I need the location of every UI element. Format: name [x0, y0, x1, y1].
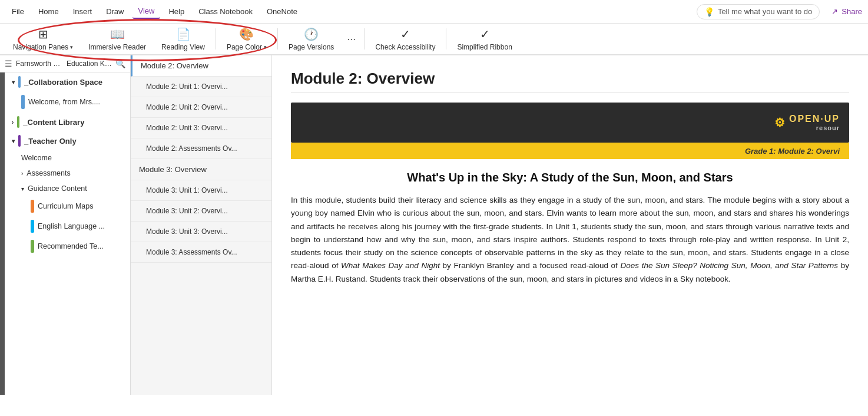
page-mod2-unit2[interactable]: Module 2: Unit 2: Overvi... [131, 97, 271, 118]
share-icon: ↗ [831, 7, 838, 16]
nav-panes-button[interactable]: ⊞ Navigation Panes ▾ [6, 24, 80, 55]
curriculum-bar [31, 200, 34, 213]
banner-dark: ⚙ OPEN·UP resour [291, 103, 849, 143]
logo-text: OPEN·UP [789, 114, 840, 124]
main-area: ☰ Farnsworth G... Education K-5 Language… [0, 55, 868, 395]
lightbulb-icon: 💡 [704, 7, 714, 16]
english-label: English Language ... [38, 222, 105, 230]
recommended-bar [31, 240, 34, 253]
assessments-label: Assessments [26, 169, 70, 177]
welcome-label: Welcome [21, 154, 52, 162]
menu-draw[interactable]: Draw [100, 5, 130, 18]
page-mod2-unit3[interactable]: Module 2: Unit 3: Overvi... [131, 118, 271, 138]
share-button[interactable]: ↗ Share [831, 7, 862, 16]
page-color-button[interactable]: 🎨 Page Color ▾ [220, 24, 274, 55]
notebook-expand-icon: ☰ [5, 59, 12, 68]
ribbon-divider-2 [277, 28, 278, 49]
section-name[interactable]: Education K-5 Language ... [67, 60, 112, 68]
more-options-button[interactable]: ··· [342, 29, 360, 49]
share-label: Share [842, 7, 862, 16]
page-mod3-unit1[interactable]: Module 3: Unit 1: Overvi... [131, 180, 271, 201]
sidebar-item-collab-space[interactable]: ▾ _Collaboration Space [5, 72, 130, 91]
simplified-ribbon-button[interactable]: ✓ Simplified Ribbon [450, 24, 519, 55]
sidebar-item-recommended[interactable]: Recommended Te... [5, 236, 130, 256]
search-icon[interactable]: 🔍 [115, 59, 125, 68]
page-mod3-unit2[interactable]: Module 3: Unit 2: Overvi... [131, 201, 271, 222]
reading-view-button[interactable]: 📄 Reading View [154, 24, 212, 55]
menu-onenote[interactable]: OneNote [261, 5, 303, 18]
collab-color-bar [18, 76, 21, 88]
tell-me-search[interactable]: 💡 Tell me what you want to do [697, 4, 820, 19]
welcome-mrs-label: Welcome, from Mrs.... [28, 98, 100, 106]
chevron-down-icon: ▾ [12, 79, 15, 85]
sidebar-item-guidance[interactable]: ▾ Guidance Content [5, 181, 130, 196]
simplified-ribbon-label: Simplified Ribbon [457, 43, 512, 51]
tell-me-text: Tell me what you want to do [718, 7, 812, 16]
page-mod2-unit1[interactable]: Module 2: Unit 1: Overvi... [131, 77, 271, 97]
menu-file[interactable]: File [6, 5, 30, 18]
collab-label: _Collaboration Space [24, 78, 102, 87]
page-mod3-overview[interactable]: Module 3: Overview [131, 159, 271, 180]
check-accessibility-label: Check Accessibility [375, 43, 435, 51]
sidebar-item-welcome-mrs[interactable]: Welcome, from Mrs.... [5, 91, 130, 113]
ribbon-divider-4 [446, 28, 446, 49]
content-area: Module 2: Overview ⚙ OPEN·UP resour Grad… [272, 55, 868, 395]
sidebar-item-curriculum[interactable]: Curriculum Maps [5, 196, 130, 216]
notebook-name[interactable]: Farnsworth G... [16, 60, 63, 68]
chevron-right-icon: › [12, 119, 14, 126]
page-mod3-assessments[interactable]: Module 3: Assessments Ov... [131, 242, 271, 263]
menu-classnotebook[interactable]: Class Notebook [193, 5, 259, 18]
page-color-icon: 🎨 [239, 27, 254, 41]
menu-home[interactable]: Home [32, 5, 65, 18]
ribbon-bar: ⊞ Navigation Panes ▾ 📖 Immersive Reader … [0, 24, 868, 55]
content-main-title: What's Up in the Sky: A Study of the Sun… [291, 171, 849, 184]
page-versions-label: Page Versions [289, 43, 334, 51]
menu-bar: File Home Insert Draw View Help Class No… [0, 0, 868, 24]
check-accessibility-icon: ✓ [400, 27, 410, 41]
recommended-label: Recommended Te... [38, 242, 104, 250]
page-versions-icon: 🕐 [304, 27, 319, 41]
sidebar-item-content-library[interactable]: › _Content Library [5, 113, 130, 131]
sidebar-item-english[interactable]: English Language ... [5, 216, 130, 236]
english-bar [31, 220, 34, 233]
more-icon: ··· [347, 33, 356, 45]
logo-sub: resour [816, 124, 840, 131]
nav-panes-icon: ⊞ [38, 27, 48, 41]
teacher-bar [18, 135, 21, 147]
content-lib-bar [17, 116, 19, 128]
banner-yellow: Grade 1: Module 2: Overvi [291, 143, 849, 159]
content-body: In this module, students build their lit… [291, 194, 849, 286]
page-color-chevron: ▾ [264, 44, 267, 50]
sidebar-item-welcome[interactable]: Welcome [5, 150, 130, 166]
teacher-label: _Teacher Only [24, 137, 77, 146]
menu-help[interactable]: Help [163, 5, 190, 18]
ribbon-divider-1 [216, 28, 216, 49]
notebook-strip [0, 72, 5, 395]
pages-panel: Module 2: Overview Module 2: Unit 1: Ove… [131, 55, 272, 395]
curriculum-label: Curriculum Maps [38, 202, 93, 210]
check-accessibility-button[interactable]: ✓ Check Accessibility [368, 24, 442, 55]
chevron-down-icon-2: ▾ [12, 138, 15, 144]
menu-insert[interactable]: Insert [67, 5, 98, 18]
immersive-reader-icon: 📖 [110, 27, 125, 41]
nav-panes-label: Navigation Panes ▾ [13, 43, 73, 51]
immersive-reader-label: Immersive Reader [88, 43, 146, 51]
nav-panes-chevron: ▾ [70, 44, 73, 50]
reading-view-icon: 📄 [176, 27, 191, 41]
reading-view-label: Reading View [161, 43, 205, 51]
content-lib-label: _Content Library [23, 118, 84, 127]
grade-subtitle: Grade 1: Module 2: Overvi [745, 147, 840, 156]
page-color-label: Page Color ▾ [227, 43, 267, 51]
ribbon-divider-3 [364, 28, 365, 49]
open-up-logo: ⚙ OPEN·UP resour [774, 114, 840, 131]
sidebar-item-teacher-only[interactable]: ▾ _Teacher Only [5, 131, 130, 150]
logo-icon: ⚙ [774, 115, 786, 130]
page-mod2-overview[interactable]: Module 2: Overview [131, 55, 271, 77]
immersive-reader-button[interactable]: 📖 Immersive Reader [81, 24, 153, 55]
chevron-down-icon-3: ▾ [21, 186, 24, 192]
page-mod3-unit3[interactable]: Module 3: Unit 3: Overvi... [131, 222, 271, 242]
page-mod2-assessments[interactable]: Module 2: Assessments Ov... [131, 138, 271, 159]
page-versions-button[interactable]: 🕐 Page Versions [281, 24, 341, 55]
sidebar-item-assessments[interactable]: › Assessments [5, 166, 130, 181]
menu-view[interactable]: View [132, 4, 161, 19]
